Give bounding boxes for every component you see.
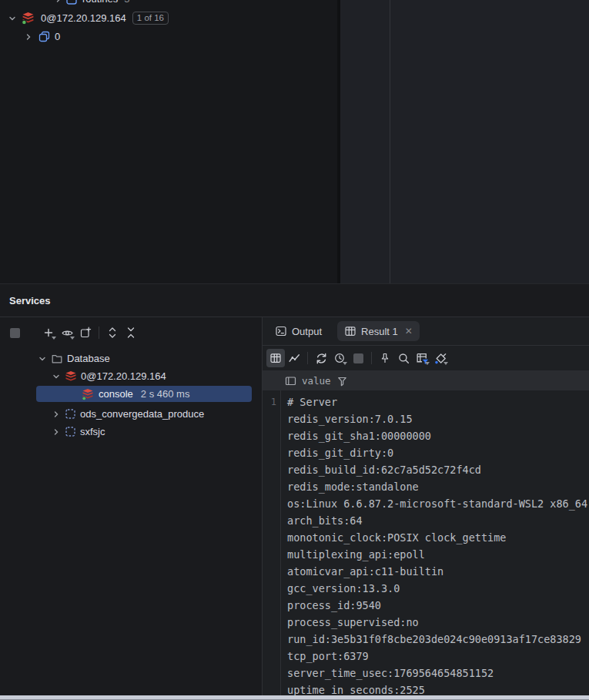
redis-datasource-icon	[22, 12, 35, 25]
result-line: multiplexing_api:epoll	[287, 546, 589, 563]
routines-count: 5	[124, 0, 129, 5]
result-value-area[interactable]: 1 # Serverredis_version:7.0.15redis_git_…	[263, 390, 589, 695]
chevron-right-icon[interactable]	[25, 33, 32, 41]
line-number-gutter: 1	[263, 390, 281, 695]
result-line: server_time_usec:1769564654851152	[287, 665, 589, 682]
tab-output[interactable]: Output	[272, 325, 325, 337]
database-number-icon	[38, 31, 50, 42]
bottom-edge-strip	[0, 695, 589, 700]
query-timing: 2 s 460 ms	[141, 388, 190, 400]
result-line: process_id:9540	[287, 597, 589, 614]
expand-all-icon	[106, 327, 119, 339]
filter-button[interactable]	[413, 349, 431, 367]
result-line: run_id:3e5b31f0f8cbe203de024c90e0913af17…	[287, 631, 589, 648]
result-line: gcc_version:13.3.0	[287, 580, 589, 597]
result-tabs-row: Output Result 1 ✕	[263, 317, 589, 346]
chevron-down-icon[interactable]	[38, 355, 46, 363]
tab-label: Output	[292, 326, 322, 337]
tree-row-routines[interactable]: routines 5	[0, 0, 337, 8]
stop-query-button[interactable]	[349, 349, 367, 367]
tree-item-label: routines	[82, 0, 118, 5]
tab-label: Result 1	[361, 326, 398, 337]
result-line: redis_git_dirty:0	[287, 444, 589, 461]
table-icon	[344, 325, 356, 337]
search-icon	[397, 352, 410, 365]
close-icon[interactable]: ✕	[405, 327, 413, 336]
tree-row-ods-schema[interactable]: ods_convergedata_produce	[0, 405, 262, 423]
tree-item-label: sxfsjc	[80, 426, 105, 437]
open-in-new-tab-button[interactable]	[76, 323, 95, 342]
tree-row-redis-host[interactable]: 0@172.20.129.164 1 of 16	[0, 9, 337, 27]
tree-item-label: 0	[55, 31, 60, 42]
tab-result-1[interactable]: Result 1 ✕	[337, 321, 420, 341]
chevron-right-icon[interactable]	[52, 428, 60, 436]
services-toolbar	[0, 317, 262, 348]
redis-console-icon	[82, 388, 94, 400]
chart-icon	[288, 352, 301, 365]
view-options-button[interactable]	[58, 323, 76, 342]
refresh-icon	[315, 352, 328, 365]
filter-funnel-icon[interactable]	[336, 375, 348, 387]
tree-row-sxfsjc-schema[interactable]: sxfsjc	[0, 423, 262, 440]
chevron-down-icon[interactable]	[8, 15, 16, 22]
result-line: atomicvar_api:c11-builtin	[287, 563, 589, 580]
result-text: # Serverredis_version:7.0.15redis_git_sh…	[281, 390, 589, 695]
result-line: redis_git_sha1:00000000	[287, 427, 589, 444]
result-line: redis_version:7.0.15	[287, 410, 589, 427]
tree-item-label: 0@172.20.129.164	[81, 370, 166, 382]
expand-all-button[interactable]	[103, 323, 122, 342]
tree-row-redis-host[interactable]: 0@172.20.129.164	[0, 367, 262, 385]
dropdown-caret-icon	[70, 337, 75, 340]
toolbar-separator	[371, 352, 372, 364]
dropdown-caret-icon	[443, 362, 448, 365]
stop-icon	[353, 353, 363, 363]
services-toolwindow-header: Services	[0, 283, 589, 317]
datasource-icon	[65, 409, 75, 419]
toolbar-separator	[99, 327, 99, 339]
host-count-badge: 1 of 16	[132, 12, 169, 25]
database-explorer-panel: routines 5 0@172.20.129.164 1 of 16	[0, 0, 337, 283]
result-line: redis_mode:standalone	[287, 478, 589, 495]
result-column-header[interactable]: value	[263, 370, 589, 390]
collapse-all-icon	[125, 327, 137, 339]
stop-button[interactable]	[5, 323, 24, 342]
column-name: value	[302, 375, 331, 387]
collapse-all-button[interactable]	[122, 323, 140, 342]
services-tree: Database 0@172.20.129.164	[0, 348, 262, 440]
tree-row-database-group[interactable]: Database	[0, 350, 262, 367]
refresh-button[interactable]	[312, 349, 330, 367]
result-line: arch_bits:64	[287, 512, 589, 529]
add-service-button[interactable]	[39, 323, 58, 342]
pin-icon	[379, 352, 391, 364]
result-pane: Output Result 1 ✕	[262, 317, 589, 695]
chart-view-button[interactable]	[285, 349, 303, 367]
result-line: redis_build_id:62c7a5d52c72f4cd	[287, 461, 589, 478]
tree-row-db0[interactable]: 0	[0, 28, 337, 45]
result-line: uptime_in_seconds:2525	[287, 682, 589, 695]
services-tree-pane: Database 0@172.20.129.164	[0, 317, 262, 695]
chevron-down-icon[interactable]	[52, 373, 60, 380]
services-body: Database 0@172.20.129.164	[0, 317, 589, 695]
open-new-tab-icon	[79, 327, 92, 339]
tree-row-console-selected[interactable]: console 2 s 460 ms	[0, 385, 262, 403]
auto-refresh-button[interactable]	[330, 349, 349, 367]
tree-item-label: 0@172.20.129.164	[41, 12, 126, 24]
app-window: routines 5 0@172.20.129.164 1 of 16	[0, 0, 589, 700]
pin-tab-button[interactable]	[376, 349, 394, 367]
dropdown-caret-icon	[52, 337, 56, 340]
line-number: 1	[263, 394, 276, 410]
result-line: tcp_port:6379	[287, 648, 589, 665]
paint-bucket-button[interactable]	[431, 349, 450, 367]
result-toolbar	[263, 346, 589, 370]
table-view-button[interactable]	[266, 349, 285, 367]
toolwindow-title: Services	[9, 295, 51, 306]
chevron-right-icon[interactable]	[55, 0, 62, 3]
dropdown-caret-icon	[343, 362, 347, 365]
dropdown-caret-icon	[425, 362, 430, 365]
result-line: monotonic_clock:POSIX clock_gettime	[287, 529, 589, 546]
result-line: process_supervised:no	[287, 614, 589, 631]
tree-item-label: Database	[67, 353, 110, 364]
find-button[interactable]	[394, 349, 413, 367]
stop-icon	[10, 328, 20, 338]
chevron-right-icon[interactable]	[52, 410, 60, 418]
